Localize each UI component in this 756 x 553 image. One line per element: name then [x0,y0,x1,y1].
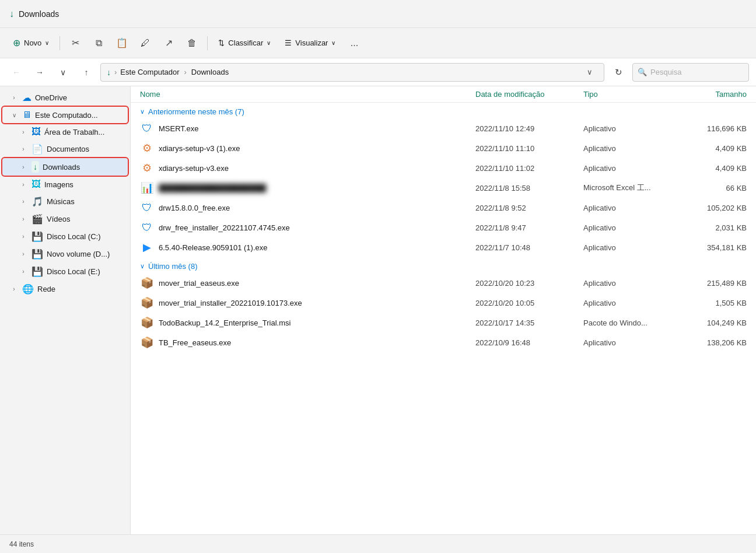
refresh-button[interactable]: ↻ [609,63,628,82]
sidebar-item-videos[interactable]: ›🎬Vídeos [2,211,128,228]
col-header-size[interactable]: Tamanho [677,90,747,99]
copy-button[interactable]: ⧉ [88,33,109,54]
share-button[interactable]: ↗ [158,33,179,54]
sidebar-expand-rede[interactable]: › [9,285,19,294]
file-row-mover-installer[interactable]: 📦mover_trial_installer_20221019.10173.ex… [131,293,756,313]
file-type-drw-free: Aplicativo [583,223,677,232]
file-row-xdiarys2[interactable]: ⚙xdiarys-setup-v3.exe2022/11/10 11:02Apl… [131,158,756,178]
file-row-mover-trial[interactable]: 📦mover_trial_easeus.exe2022/10/20 10:23A… [131,273,756,293]
visualizar-button[interactable]: ☰ Visualizar ∨ [279,35,341,51]
file-size-msert: 116,696 KB [677,124,747,133]
sidebar-expand-este-computador[interactable]: ∨ [9,110,19,120]
address-dropdown-button[interactable]: ∨ [582,64,598,80]
sidebar-label-disco-e: Disco Local (E:) [47,267,100,276]
sidebar-expand-documentos[interactable]: › [19,145,28,154]
sidebar-expand-musicas[interactable]: › [19,197,28,206]
sidebar-icon-onedrive: ☁ [22,92,32,103]
file-row-xdiarys1[interactable]: ⚙xdiarys-setup-v3 (1).exe2022/11/10 11:1… [131,138,756,158]
sidebar-expand-disco-c[interactable]: › [19,232,28,242]
file-type-msert: Aplicativo [583,124,677,133]
col-header-date[interactable]: Data de modificação [475,90,583,99]
file-row-tb-free[interactable]: 📦TB_Free_easeus.exe2022/10/9 16:48Aplica… [131,332,756,352]
sidebar-item-disco-c[interactable]: ›💾Disco Local (C:) [2,228,128,245]
classificar-button[interactable]: ⇅ Classificar ∨ [212,35,276,51]
file-date-xdiarys2: 2022/11/10 11:02 [475,164,583,173]
file-type-blurred1: Microsoft Excel 工... [583,183,677,193]
content-area: Nome Data de modificação Tipo Tamanho ∨A… [131,86,756,534]
classificar-label: Classificar [228,38,263,47]
file-icon-mover-installer: 📦 [140,296,154,310]
file-row-todobackup[interactable]: 📦TodoBackup_14.2_Enterprise_Trial.msi202… [131,313,756,332]
file-row-msert[interactable]: 🛡MSERT.exe2022/11/10 12:49Aplicativo116,… [131,118,756,138]
recent-button[interactable]: ∨ [54,63,72,82]
sidebar-item-onedrive[interactable]: ›☁OneDrive [2,89,128,106]
col-header-type[interactable]: Tipo [583,90,677,99]
file-icon-msert: 🛡 [140,121,154,135]
sidebar-icon-este-computador: 🖥 [22,110,32,120]
separator-2 [207,36,208,50]
file-icon-blurred1: 📊 [140,181,154,195]
group-chevron-anteriormente: ∨ [140,108,145,116]
sidebar-item-area-trabalho[interactable]: ›🖼Área de Trabalh... [2,124,128,140]
file-name-tb-free: TB_Free_easeus.exe [159,338,475,347]
search-bar[interactable]: 🔍 Pesquisa [632,63,749,82]
novo-button[interactable]: ⊕ Novo ∨ [7,34,55,52]
file-size-release: 354,181 KB [677,243,747,252]
file-date-todobackup: 2022/10/17 14:35 [475,318,583,327]
up-button[interactable]: ↑ [77,63,96,82]
paste-button[interactable]: 📋 [111,33,132,54]
sidebar-label-area-trabalho: Área de Trabalh... [44,128,104,136]
sidebar-icon-novo-volume: 💾 [32,249,43,260]
delete-button[interactable]: 🗑 [181,33,202,54]
file-name-todobackup: TodoBackup_14.2_Enterprise_Trial.msi [159,318,475,327]
visualizar-chevron: ∨ [331,40,335,46]
file-size-tb-free: 138,206 KB [677,338,747,347]
file-name-msert: MSERT.exe [159,124,475,133]
file-row-drw15[interactable]: 🛡drw15.8.0.0_free.exe2022/11/8 9:52Aplic… [131,198,756,218]
sidebar-item-documentos[interactable]: ›📄Documentos [2,141,128,158]
sidebar-expand-downloads[interactable]: › [19,162,28,172]
sidebar-item-musicas[interactable]: ›🎵Músicas [2,193,128,210]
sidebar-item-novo-volume[interactable]: ›💾Novo volume (D...) [2,246,128,262]
sidebar-expand-videos[interactable]: › [19,215,28,224]
group-header-anteriormente[interactable]: ∨Anteriormente neste mês (7) [131,103,756,118]
file-row-blurred1[interactable]: 📊████████████████████2022/11/8 15:58Micr… [131,178,756,198]
address-separator-arrow: › [114,68,117,76]
address-icon: ↓ [107,68,111,77]
sidebar-expand-area-trabalho[interactable]: › [19,127,28,136]
sidebar-item-imagens[interactable]: ›🖼Imagens [2,176,128,192]
sidebar-expand-disco-e[interactable]: › [19,267,28,276]
sidebar-item-downloads[interactable]: ›↓Downloads [2,158,128,176]
group-header-ultimo-mes[interactable]: ∨Último mês (8) [131,257,756,273]
file-name-drw-free: drw_free_installer_20221107.4745.exe [159,223,475,232]
file-name-release: 6.5.40-Release.9059101 (1).exe [159,243,475,252]
sidebar-item-rede[interactable]: ›🌐Rede [2,281,128,298]
file-size-mover-installer: 1,505 KB [677,299,747,307]
main-layout: ›☁OneDrive∨🖥Este Computado...›🖼Área de T… [0,86,756,534]
file-row-drw-free[interactable]: 🛡drw_free_installer_20221107.4745.exe202… [131,218,756,237]
address-bar[interactable]: ↓ › Este Computador › Downloads ∨ [100,63,604,82]
file-row-release[interactable]: ▶6.5.40-Release.9059101 (1).exe2022/11/7… [131,237,756,257]
sidebar-label-musicas: Músicas [47,197,75,206]
sidebar-item-este-computador[interactable]: ∨🖥Este Computado... [2,107,128,123]
file-type-todobackup: Pacote do Windo... [583,318,677,327]
sidebar-expand-onedrive[interactable]: › [9,93,19,103]
cut-button[interactable]: ✂ [65,33,86,54]
rename-button[interactable]: 🖊 [135,33,156,54]
file-date-mover-installer: 2022/10/20 10:05 [475,299,583,307]
forward-button[interactable]: → [30,63,49,82]
address-path1: Este Computador [120,68,179,76]
col-header-name[interactable]: Nome [140,90,475,99]
file-size-xdiarys1: 4,409 KB [677,144,747,153]
file-name-xdiarys1: xdiarys-setup-v3 (1).exe [159,144,475,153]
file-name-drw15: drw15.8.0.0_free.exe [159,204,475,212]
sidebar-item-disco-e[interactable]: ›💾Disco Local (E:) [2,263,128,280]
sidebar-expand-novo-volume[interactable]: › [19,250,28,259]
file-date-release: 2022/11/7 10:48 [475,243,583,252]
back-button[interactable]: ← [7,63,26,82]
more-button[interactable]: ... [344,33,365,54]
sidebar-icon-videos: 🎬 [32,214,43,225]
visualizar-icon: ☰ [285,38,292,47]
sidebar-expand-imagens[interactable]: › [19,180,28,189]
sidebar-icon-rede: 🌐 [22,284,34,295]
